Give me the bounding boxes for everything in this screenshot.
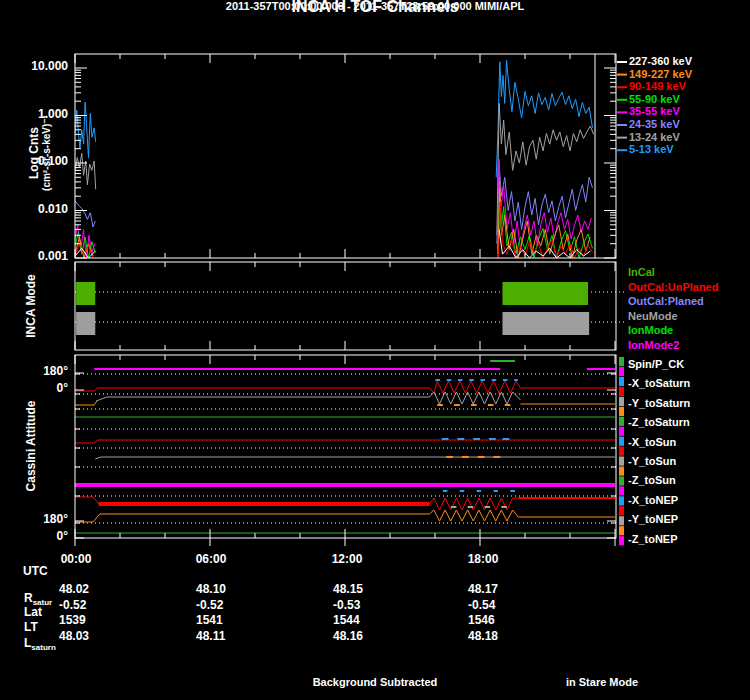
- attitude-line-x-to-nep-osc: [429, 498, 518, 510]
- table-value: 48.16: [333, 630, 363, 643]
- footer-note-stare-mode: in Stare Mode: [566, 676, 638, 689]
- attitude-legend-strip-segment: [619, 536, 624, 545]
- tof-y-tick-label: 0.100: [14, 155, 68, 168]
- table-value: -0.53: [333, 599, 360, 612]
- attitude-y-tick-label: 0°: [14, 382, 68, 395]
- mode-legend-item: InCal: [628, 266, 655, 279]
- attitude-legend-strip-segment: [619, 407, 624, 416]
- table-value: -0.52: [196, 599, 223, 612]
- panel-box-1: [75, 262, 616, 350]
- attitude-line-z-to-saturn-stub: [75, 400, 98, 405]
- mode-y-axis-title: INCA Mode: [24, 274, 38, 338]
- tof-y-tick-label: 0.010: [14, 203, 68, 216]
- mode-legend-item: OutCal:Planed: [628, 295, 704, 308]
- tof-y-axis-title: Log Cnts (cm²-sr-s-keV)⁻¹: [27, 115, 52, 191]
- table-value: -0.54: [468, 599, 495, 612]
- attitude-legend-strip-segment: [619, 427, 624, 436]
- table-value: 1544: [333, 614, 360, 627]
- utc-time-label: 06:00: [196, 553, 227, 566]
- mode-band-neumode: [76, 312, 95, 335]
- tof-legend-item: 5-13 keV: [629, 143, 674, 156]
- mode-band-incal: [503, 282, 589, 305]
- mode-band-incal: [76, 282, 95, 305]
- attitude-line-z-to-nep: [75, 510, 615, 522]
- table-value: -0.52: [59, 599, 86, 612]
- attitude-y-tick-label: 180°: [14, 513, 68, 526]
- tof-legend-item: 24-35 keV: [629, 118, 680, 131]
- tof-legend-item: 13-24 keV: [629, 131, 680, 144]
- utc-time-label: 18:00: [468, 553, 499, 566]
- mode-legend-item: IonMode: [628, 324, 673, 337]
- attitude-legend-strip-segment: [619, 387, 624, 396]
- plot-stage: INCA H TOF Channels 2011-357T00:00:00.00…: [0, 0, 750, 700]
- attitude-legend-item: -X_toNEP: [628, 494, 678, 507]
- tof-legend-item: 55-90 keV: [629, 93, 680, 106]
- table-value: 1539: [59, 614, 86, 627]
- mode-band-neumode: [503, 312, 590, 335]
- attitude-legend-item: -X_toSun: [628, 436, 676, 449]
- attitude-line-x-to-sun: [75, 440, 615, 443]
- attitude-legend-strip-segment: [619, 357, 624, 366]
- attitude-legend-strip-segment: [619, 526, 624, 535]
- attitude-legend-item: -Y_toSaturn: [628, 397, 690, 410]
- table-value: 1546: [468, 614, 495, 627]
- chart-subtitle: 2011-357T00:00:00.000 - 2011-357T23:59:0…: [0, 0, 750, 13]
- attitude-legend-item: -Y_toSun: [628, 455, 676, 468]
- attitude-legend-strip-segment: [619, 516, 624, 525]
- table-value: 48.15: [333, 583, 363, 596]
- tof-y-tick-label: 10.000: [14, 60, 68, 73]
- attitude-legend-item: Spin/P_CK: [628, 358, 684, 371]
- tof-series-13-24-kev: [75, 153, 96, 189]
- attitude-legend-strip-segment: [619, 496, 624, 505]
- attitude-legend-strip-segment: [619, 457, 624, 466]
- attitude-legend-strip-segment: [619, 367, 624, 376]
- utc-time-label: 12:00: [332, 553, 363, 566]
- table-value: 48.03: [59, 630, 89, 643]
- utc-axis-label: UTC: [23, 565, 48, 578]
- attitude-y-tick-label: 0°: [14, 530, 68, 543]
- attitude-legend-item: -Y_toNEP: [628, 513, 678, 526]
- tof-legend-item: 227-360 keV: [629, 55, 692, 68]
- mode-legend-item: NeuMode: [628, 310, 678, 323]
- attitude-line-y-to-sun: [95, 457, 615, 459]
- attitude-legend-strip-segment: [619, 417, 624, 426]
- tof-y-tick-label: 1.000: [14, 108, 68, 121]
- attitude-legend-item: -Z_toSun: [628, 474, 676, 487]
- table-row-label: LT: [24, 621, 38, 634]
- attitude-legend-strip-segment: [619, 476, 624, 485]
- attitude-legend-strip-segment: [619, 397, 624, 406]
- tof-y-axis-title-line2: (cm²-sr-s-keV)⁻¹: [41, 115, 52, 191]
- tof-legend-item: 35-55 keV: [629, 105, 680, 118]
- table-value: 48.10: [196, 583, 226, 596]
- attitude-legend-strip-segment: [619, 486, 624, 495]
- attitude-legend-strip-segment: [619, 506, 624, 515]
- table-value: 48.17: [468, 583, 498, 596]
- attitude-legend-item: -Z_toSaturn: [628, 416, 690, 429]
- attitude-legend-item: -X_toSaturn: [628, 377, 690, 390]
- table-row-label: Lat: [24, 606, 42, 619]
- attitude-y-axis-title: Cassini Attitude: [24, 401, 38, 492]
- attitude-legend-strip-segment: [619, 447, 624, 456]
- tof-series-24-35-kev: [75, 201, 95, 227]
- table-value: 48.02: [59, 583, 89, 596]
- attitude-legend-strip-segment: [619, 437, 624, 446]
- table-value: 48.11: [196, 630, 225, 643]
- table-value: 1541: [196, 614, 223, 627]
- tof-legend-item: 90-149 keV: [629, 80, 686, 93]
- utc-time-label: 00:00: [61, 553, 92, 566]
- tof-y-tick-label: 0.001: [14, 250, 68, 263]
- table-row-label-sub: saturn: [31, 643, 55, 652]
- panel-box-2: [75, 355, 616, 538]
- attitude-line-x-to-nep-stub: [75, 497, 99, 504]
- tof-series-13-24-kev: [497, 103, 594, 235]
- tof-legend-item: 149-227 keV: [629, 68, 692, 81]
- tof-y-axis-title-line1: Log Cnts: [27, 115, 41, 191]
- mode-legend-item: IonMode2: [628, 339, 679, 352]
- attitude-legend-strip-segment: [619, 466, 624, 475]
- mode-legend-item: OutCal:UnPlaned: [628, 281, 718, 294]
- table-row-label: Lsaturn: [24, 637, 56, 654]
- attitude-line-x-to-saturn: [75, 381, 615, 393]
- tof-series-5-13-kev: [496, 60, 592, 177]
- attitude-legend-item: -Z_toNEP: [628, 533, 678, 546]
- tof-series-group: [75, 60, 594, 258]
